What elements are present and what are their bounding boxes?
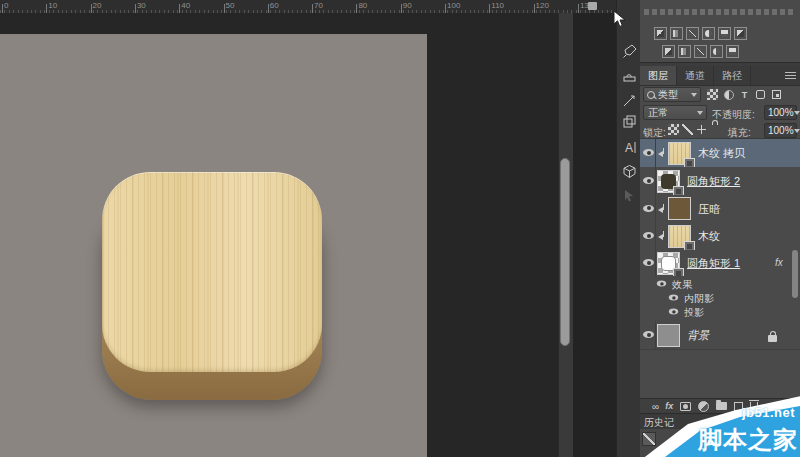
channel-mixer-icon[interactable] — [710, 45, 723, 58]
layer-name[interactable]: 压暗 — [698, 202, 720, 217]
panel-scrollbar-thumb[interactable] — [792, 250, 798, 298]
visibility-eye-icon[interactable] — [643, 205, 654, 212]
effect-item-row[interactable]: 内阴影 — [640, 291, 800, 305]
photo-filter-icon[interactable] — [694, 45, 707, 58]
layer-name[interactable]: 木纹 拷贝 — [698, 146, 745, 161]
layer-thumbnail[interactable] — [668, 197, 691, 220]
layer-name[interactable]: 木纹 — [698, 229, 720, 244]
clone-source-icon[interactable] — [618, 64, 640, 86]
color-balance-icon[interactable] — [662, 45, 675, 58]
brush-presets-icon[interactable] — [618, 40, 640, 62]
lock-position-icon[interactable] — [696, 124, 707, 135]
canvas-scrollbar-thumb[interactable] — [560, 158, 570, 346]
blend-mode-dropdown[interactable]: 正常 — [643, 105, 707, 120]
layer-style-fx-icon[interactable]: fx — [665, 401, 673, 411]
ruler-number: 70 — [314, 1, 323, 10]
layer-row[interactable]: 压暗 — [640, 195, 800, 223]
layer-fx-label[interactable]: fx — [775, 257, 783, 268]
character-icon[interactable]: A — [618, 136, 640, 158]
layer-row[interactable]: 背景 — [640, 321, 800, 350]
filter-kind-label: 类型 — [658, 88, 678, 102]
dock-gap — [573, 13, 616, 457]
filter-kind-dropdown[interactable]: 类型 — [643, 87, 701, 102]
fill-value-box[interactable]: 100% — [764, 123, 797, 138]
shape-filter-icon[interactable] — [754, 88, 767, 101]
layer-thumbnail[interactable] — [657, 252, 680, 275]
ruler-number: 120 — [536, 1, 549, 10]
type-filter-icon[interactable]: T — [738, 88, 751, 101]
pixel-filter-icon[interactable] — [706, 88, 719, 101]
effect-item-row[interactable]: 投影 — [640, 305, 800, 321]
layer-comps-icon[interactable] — [618, 110, 640, 132]
layer-row[interactable]: 圆角矩形 2 — [640, 167, 800, 196]
adjustment-filter-icon[interactable] — [722, 88, 735, 101]
vibrance-icon[interactable] — [718, 27, 731, 40]
lock-transparent-icon[interactable] — [668, 124, 679, 135]
color-lookup-icon[interactable] — [726, 45, 739, 58]
black-white-icon[interactable] — [678, 45, 691, 58]
ruler-tick — [179, 4, 180, 13]
layer-thumbnail[interactable] — [668, 225, 691, 248]
ruler-tick — [489, 4, 490, 13]
chevron-down-icon — [794, 129, 800, 133]
layer-name[interactable]: 圆角矩形 2 — [687, 174, 740, 189]
tab-paths[interactable]: 路径 — [714, 66, 751, 85]
layer-thumbnail[interactable] — [657, 170, 680, 193]
layer-row[interactable]: 木纹 — [640, 222, 800, 251]
lock-icons — [668, 124, 726, 136]
ruler-tick — [401, 4, 402, 13]
effects-group-row[interactable]: 效果 — [640, 276, 800, 291]
tab-layers[interactable]: 图层 — [640, 66, 677, 85]
ruler-tick — [224, 4, 225, 13]
background-lock-icon — [768, 335, 777, 342]
hue-saturation-icon[interactable] — [734, 27, 747, 40]
panel-menu-icon[interactable] — [785, 72, 796, 79]
smart-object-filter-icon[interactable] — [770, 88, 783, 101]
opacity-value-box[interactable]: 100% — [764, 105, 797, 120]
photoshop-window: 0102030405060708090100110120130 A 图层 通道 … — [0, 0, 800, 457]
exposure-icon[interactable] — [702, 27, 715, 40]
navigator-icon[interactable] — [618, 184, 640, 206]
eye-column-divider — [655, 250, 656, 276]
layer-row[interactable]: 圆角矩形 1fx — [640, 250, 800, 277]
tool-presets-icon[interactable] — [618, 90, 640, 112]
tab-channels[interactable]: 通道 — [677, 66, 714, 85]
layer-mask-icon[interactable] — [680, 402, 691, 411]
visibility-eye-icon[interactable] — [657, 281, 666, 287]
adjustment-layer-icon[interactable] — [698, 401, 709, 412]
link-layers-icon[interactable]: ∞ — [652, 401, 658, 412]
layer-name[interactable]: 圆角矩形 1 — [687, 256, 740, 271]
watermark-site-text: jb51.net — [742, 405, 795, 420]
curves-icon[interactable] — [686, 27, 699, 40]
mouse-cursor-icon — [612, 10, 628, 32]
visibility-eye-icon[interactable] — [643, 149, 654, 156]
clipping-mask-arrow-icon — [658, 231, 667, 240]
visibility-eye-icon[interactable] — [643, 232, 654, 239]
layer-group-icon[interactable] — [716, 402, 727, 410]
layer-thumbnail[interactable] — [668, 142, 691, 165]
watermark-brand-text: 脚本之家 — [698, 424, 798, 456]
dock-collapse-icon[interactable] — [588, 2, 597, 10]
tab-history[interactable]: 历史记 — [644, 416, 674, 430]
history-brush-source-icon[interactable] — [642, 432, 656, 446]
layer-thumbnail[interactable] — [657, 324, 680, 347]
clipping-mask-arrow-icon — [658, 148, 667, 157]
visibility-eye-icon[interactable] — [669, 309, 678, 315]
levels-icon[interactable] — [670, 27, 683, 40]
blend-mode-value: 正常 — [648, 106, 668, 120]
document-canvas[interactable] — [0, 34, 427, 457]
layer-name[interactable]: 背景 — [687, 328, 709, 343]
layer-row[interactable]: 木纹 拷贝 — [640, 139, 800, 168]
ruler-number: 60 — [270, 1, 279, 10]
visibility-eye-icon[interactable] — [643, 331, 654, 338]
opacity-value: 100% — [768, 107, 794, 118]
ruler-number: 50 — [226, 1, 235, 10]
lock-all-icon[interactable] — [710, 124, 721, 135]
3d-icon[interactable] — [618, 160, 640, 182]
lock-pixels-icon[interactable] — [682, 124, 693, 135]
visibility-eye-icon[interactable] — [643, 177, 654, 184]
visibility-eye-icon[interactable] — [643, 259, 654, 266]
collapsed-panel-dock: A — [616, 0, 641, 457]
visibility-eye-icon[interactable] — [669, 295, 678, 301]
brightness-contrast-icon[interactable] — [654, 27, 667, 40]
